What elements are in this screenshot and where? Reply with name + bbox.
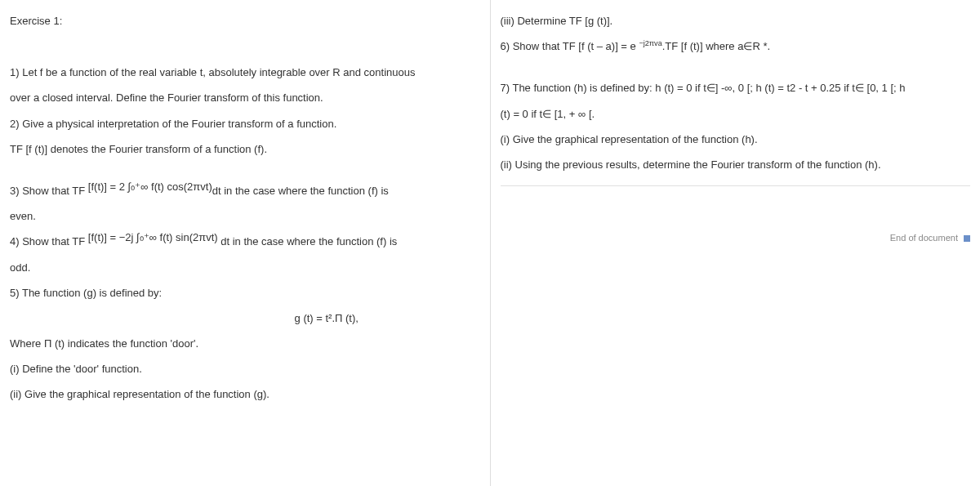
- q7-line2: (t) = 0 if t∈ [1, + ∞ [.: [501, 101, 971, 127]
- exercise-title: Exercise 1:: [10, 8, 480, 33]
- q2: 2) Give a physical interpretation of the…: [10, 111, 480, 136]
- q3-formula: [f(t)] = 2 ∫₀⁺∞ f(t) cos(2πvt): [88, 181, 212, 193]
- divider: [501, 185, 971, 186]
- end-square-icon: [964, 235, 970, 242]
- q1-line2: over a closed interval. Define the Fouri…: [10, 85, 480, 110]
- q3-post: dt in the case where the function (f) is: [212, 185, 389, 197]
- q6: 6) Show that TF [f (t – a)] = e −j2πva.T…: [501, 33, 971, 59]
- end-label: End of document: [890, 233, 958, 243]
- q5-i: (i) Define the 'door' function.: [10, 356, 480, 381]
- right-column: (iii) Determine TF [g (t)]. 6) Show that…: [491, 0, 981, 486]
- end-of-document: End of document: [501, 227, 971, 248]
- q4-post: dt in the case where the function (f) is: [220, 235, 397, 247]
- q6-post: .TF [f (t)] where a∈R *.: [662, 40, 770, 52]
- q4-pre: 4) Show that TF: [10, 235, 88, 247]
- q4-end: odd.: [10, 255, 480, 280]
- q5-where: Where Π (t) indicates the function 'door…: [10, 331, 480, 356]
- q4: 4) Show that TF [f(t)] = −2j ∫₀⁺∞ f(t) s…: [10, 229, 480, 254]
- q5-iii: (iii) Determine TF [g (t)].: [501, 8, 971, 33]
- q7-i: (i) Give the graphical representation of…: [501, 127, 971, 152]
- q7-ii: (ii) Using the previous results, determi…: [501, 152, 971, 177]
- q3: 3) Show that TF [f(t)] = 2 ∫₀⁺∞ f(t) cos…: [10, 178, 480, 203]
- page: Exercise 1: 1) Let f be a function of th…: [0, 0, 980, 486]
- q3-end: even.: [10, 203, 480, 229]
- q6-pre: 6) Show that TF [f (t – a)] = e: [501, 40, 639, 52]
- left-column: Exercise 1: 1) Let f be a function of th…: [0, 0, 491, 486]
- q5: 5) The function (g) is defined by:: [10, 280, 480, 305]
- tf-note: TF [f (t)] denotes the Fourier transform…: [10, 136, 480, 162]
- q4-formula: [f(t)] = −2j ∫₀⁺∞ f(t) sin(2πvt): [88, 231, 220, 243]
- q3-pre: 3) Show that TF: [10, 185, 88, 197]
- q7-line1: 7) The function (h) is defined by: h (t)…: [501, 75, 971, 100]
- q5-formula: g (t) = t².Π (t),: [10, 305, 480, 331]
- q6-exp: −j2πva: [639, 39, 662, 47]
- q1-line1: 1) Let f be a function of the real varia…: [10, 60, 480, 85]
- q5-ii: (ii) Give the graphical representation o…: [10, 381, 480, 407]
